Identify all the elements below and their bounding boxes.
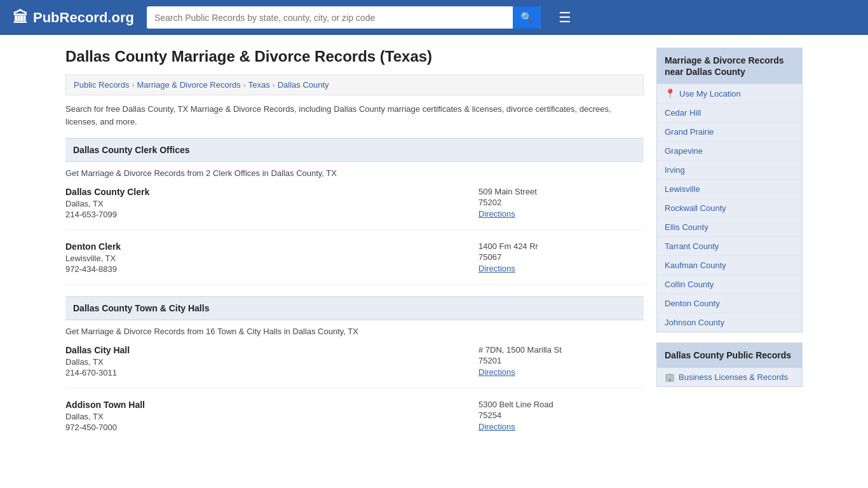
rockwall-link[interactable]: Rockwall County bbox=[665, 203, 726, 213]
office-right: # 7DN, 1500 Marilla St 75201 Directions bbox=[478, 345, 644, 379]
office-street-addison: 5300 Belt Line Road bbox=[478, 400, 644, 409]
office-phone: 214-653-7099 bbox=[65, 210, 466, 219]
office-city-state-denton: Lewisville, TX bbox=[65, 254, 466, 263]
sidebar-item-grapevine[interactable]: Grapevine bbox=[657, 142, 802, 161]
sections-container: Dallas County Clerk Offices Get Marriage… bbox=[65, 138, 644, 442]
office-zip-denton: 75067 bbox=[478, 252, 644, 262]
sidebar-item-business-licenses[interactable]: 🏢 Business Licenses & Records bbox=[657, 368, 802, 386]
denton-link[interactable]: Denton County bbox=[665, 299, 720, 308]
office-left: Denton Clerk Lewisville, TX 972-434-8839 bbox=[65, 241, 466, 275]
sidebar: Marriage & Divorce Records near Dallas C… bbox=[656, 48, 803, 442]
office-right: 5300 Belt Line Road 75254 Directions bbox=[478, 400, 644, 433]
search-input[interactable] bbox=[147, 8, 513, 28]
office-right: 1400 Fm 424 Rr 75067 Directions bbox=[478, 241, 644, 275]
office-street: 509 Main Street bbox=[478, 187, 644, 196]
breadcrumb-dallas-county[interactable]: Dallas County bbox=[278, 80, 329, 90]
logo-icon: 🏛 bbox=[13, 9, 28, 27]
office-street-denton: 1400 Fm 424 Rr bbox=[478, 241, 644, 251]
public-records-box: Dallas County Public Records 🏢 Business … bbox=[656, 342, 803, 386]
page-title: Dallas County Marriage & Divorce Records… bbox=[65, 48, 644, 65]
breadcrumb-marriage-divorce[interactable]: Marriage & Divorce Records bbox=[137, 80, 240, 90]
office-city-state-dallas-city-hall: Dallas, TX bbox=[65, 357, 466, 367]
section-header-city-halls: Dallas County Town & City Halls bbox=[65, 296, 644, 320]
office-row: Denton Clerk Lewisville, TX 972-434-8839… bbox=[65, 241, 644, 275]
clerk-sub-description: Get Marriage & Divorce Records from 2 Cl… bbox=[65, 168, 644, 178]
public-records-box-title: Dallas County Public Records bbox=[657, 343, 802, 367]
breadcrumb-sep-2: › bbox=[243, 81, 246, 90]
sidebar-item-collin[interactable]: Collin County bbox=[657, 275, 802, 294]
office-name-addison: Addison Town Hall bbox=[65, 400, 466, 410]
content-area: Dallas County Marriage & Divorce Records… bbox=[65, 48, 644, 442]
breadcrumb-public-records[interactable]: Public Records bbox=[74, 80, 129, 90]
office-name-dallas-city-hall: Dallas City Hall bbox=[65, 345, 466, 355]
office-left: Dallas County Clerk Dallas, TX 214-653-7… bbox=[65, 187, 466, 220]
directions-link-dallas-city-hall[interactable]: Directions bbox=[478, 367, 515, 377]
office-name-denton: Denton Clerk bbox=[65, 241, 466, 252]
search-bar: 🔍 bbox=[147, 6, 541, 29]
office-zip-dallas-city-hall: 75201 bbox=[478, 356, 644, 365]
grapevine-link[interactable]: Grapevine bbox=[665, 146, 703, 156]
sidebar-item-lewisville[interactable]: Lewisville bbox=[657, 180, 802, 199]
business-licenses-link[interactable]: Business Licenses & Records bbox=[679, 372, 788, 382]
collin-link[interactable]: Collin County bbox=[665, 280, 714, 289]
breadcrumb-sep-3: › bbox=[273, 81, 275, 90]
sidebar-item-cedar-hill[interactable]: Cedar Hill bbox=[657, 104, 802, 123]
use-my-location[interactable]: 📍 Use My Location bbox=[657, 84, 802, 104]
location-pin-icon: 📍 bbox=[665, 88, 675, 98]
lewisville-link[interactable]: Lewisville bbox=[665, 184, 700, 194]
search-button[interactable]: 🔍 bbox=[513, 6, 541, 29]
irving-link[interactable]: Irving bbox=[665, 165, 685, 175]
nearby-box: Marriage & Divorce Records near Dallas C… bbox=[656, 48, 803, 332]
grand-prairie-link[interactable]: Grand Prairie bbox=[665, 127, 714, 137]
office-name: Dallas County Clerk bbox=[65, 187, 466, 197]
page-description: Search for free Dallas County, TX Marria… bbox=[65, 103, 644, 128]
business-icon: 🏢 bbox=[665, 372, 675, 382]
breadcrumb-sep-1: › bbox=[132, 81, 134, 90]
breadcrumb-texas[interactable]: Texas bbox=[248, 80, 270, 90]
section-header-clerk: Dallas County Clerk Offices bbox=[65, 138, 644, 162]
office-phone-addison: 972-450-7000 bbox=[65, 423, 466, 432]
search-icon: 🔍 bbox=[520, 12, 533, 23]
cedar-hill-link[interactable]: Cedar Hill bbox=[665, 108, 701, 118]
logo-text: PubRecord.org bbox=[33, 10, 134, 26]
sidebar-item-johnson[interactable]: Johnson County bbox=[657, 313, 802, 332]
sidebar-item-rockwall[interactable]: Rockwall County bbox=[657, 199, 802, 218]
office-left: Addison Town Hall Dallas, TX 972-450-700… bbox=[65, 400, 466, 433]
city-halls-sub-description: Get Marriage & Divorce Records from 16 T… bbox=[65, 327, 644, 336]
office-row: Addison Town Hall Dallas, TX 972-450-700… bbox=[65, 400, 644, 433]
logo[interactable]: 🏛 PubRecord.org bbox=[13, 9, 134, 27]
directions-link-dallas-clerk[interactable]: Directions bbox=[478, 209, 515, 219]
sidebar-item-tarrant[interactable]: Tarrant County bbox=[657, 237, 802, 256]
office-entry-dallas-clerk: Dallas County Clerk Dallas, TX 214-653-7… bbox=[65, 187, 644, 230]
sidebar-item-denton[interactable]: Denton County bbox=[657, 294, 802, 313]
office-street-dallas-city-hall: # 7DN, 1500 Marilla St bbox=[478, 345, 644, 355]
sidebar-item-grand-prairie[interactable]: Grand Prairie bbox=[657, 123, 802, 142]
breadcrumb: Public Records › Marriage & Divorce Reco… bbox=[65, 74, 644, 95]
johnson-link[interactable]: Johnson County bbox=[665, 318, 724, 327]
office-zip-addison: 75254 bbox=[478, 410, 644, 420]
office-entry-dallas-city-hall: Dallas City Hall Dallas, TX 214-670-3011… bbox=[65, 345, 644, 388]
sidebar-item-irving[interactable]: Irving bbox=[657, 161, 802, 180]
office-phone-dallas-city-hall: 214-670-3011 bbox=[65, 368, 466, 377]
nearby-box-title: Marriage & Divorce Records near Dallas C… bbox=[657, 48, 802, 84]
office-right: 509 Main Street 75202 Directions bbox=[478, 187, 644, 220]
directions-link-denton-clerk[interactable]: Directions bbox=[478, 264, 515, 273]
office-city-state-addison: Dallas, TX bbox=[65, 412, 466, 421]
office-city-state: Dallas, TX bbox=[65, 199, 466, 208]
sidebar-item-ellis[interactable]: Ellis County bbox=[657, 218, 802, 237]
kaufman-link[interactable]: Kaufman County bbox=[665, 261, 726, 270]
office-zip: 75202 bbox=[478, 198, 644, 207]
office-entry-addison-town-hall: Addison Town Hall Dallas, TX 972-450-700… bbox=[65, 400, 644, 442]
use-my-location-label: Use My Location bbox=[679, 89, 741, 98]
sidebar-item-kaufman[interactable]: Kaufman County bbox=[657, 256, 802, 275]
office-phone-denton: 972-434-8839 bbox=[65, 264, 466, 274]
directions-link-addison[interactable]: Directions bbox=[478, 422, 515, 431]
header: 🏛 PubRecord.org 🔍 ☰ bbox=[0, 0, 868, 35]
office-left: Dallas City Hall Dallas, TX 214-670-3011 bbox=[65, 345, 466, 379]
ellis-link[interactable]: Ellis County bbox=[665, 222, 709, 232]
office-entry-denton-clerk: Denton Clerk Lewisville, TX 972-434-8839… bbox=[65, 241, 644, 285]
tarrant-link[interactable]: Tarrant County bbox=[665, 241, 719, 251]
menu-button[interactable]: ☰ bbox=[553, 7, 576, 29]
office-row: Dallas City Hall Dallas, TX 214-670-3011… bbox=[65, 345, 644, 379]
main-container: Dallas County Marriage & Divorce Records… bbox=[53, 35, 815, 455]
